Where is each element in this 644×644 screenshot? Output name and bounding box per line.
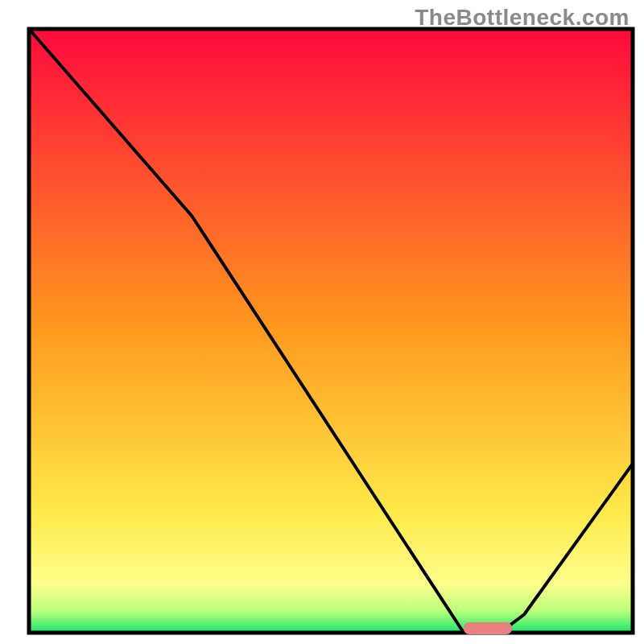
optimum-marker <box>464 622 512 634</box>
plot-background <box>29 29 633 633</box>
bottleneck-chart <box>0 0 644 644</box>
chart-container: TheBottleneck.com <box>0 0 644 644</box>
